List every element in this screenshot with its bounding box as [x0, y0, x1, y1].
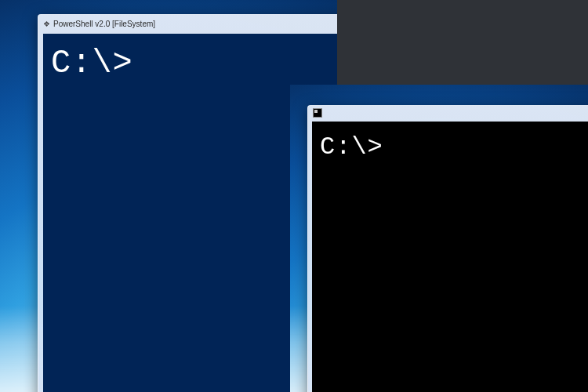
cmd-client-area: C:\>: [312, 122, 588, 392]
powershell-titlebar[interactable]: ❖ PowerShell v2.0 [FileSystem] ─ □ ✕: [38, 15, 337, 32]
desktop-right: ─ □ ✕ C:\>: [290, 85, 588, 392]
cmd-window[interactable]: ─ □ ✕ C:\>: [307, 105, 588, 392]
desktop-left: ❖ PowerShell v2.0 [FileSystem] ─ □ ✕ C:\…: [0, 0, 337, 392]
monitor-bezel-background: ❖ PowerShell v2.0 [FileSystem] ─ □ ✕ C:\…: [0, 0, 588, 392]
powershell-prompt: C:\>: [51, 45, 133, 82]
cmd-prompt: C:\>: [320, 132, 383, 162]
powershell-title: PowerShell v2.0 [FileSystem]: [53, 20, 155, 28]
cmd-titlebar[interactable]: ─ □ ✕: [308, 106, 588, 120]
cmd-icon: [313, 108, 322, 118]
cmd-console[interactable]: C:\>: [312, 122, 588, 392]
powershell-icon: ❖: [43, 20, 50, 28]
